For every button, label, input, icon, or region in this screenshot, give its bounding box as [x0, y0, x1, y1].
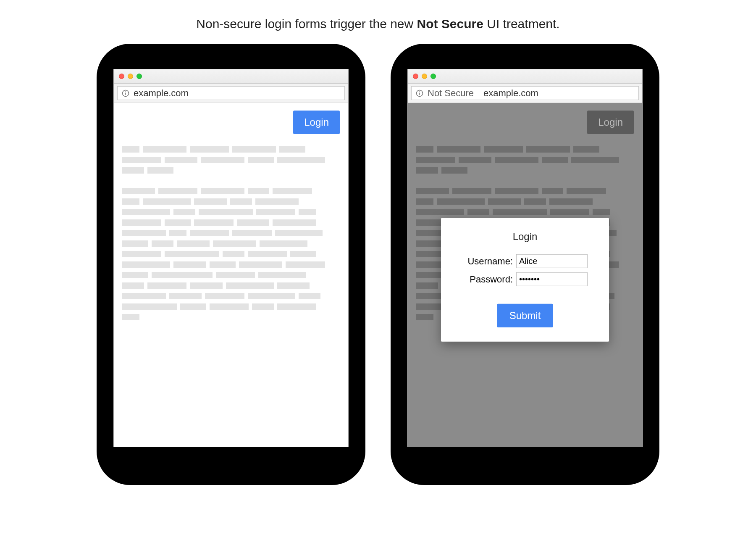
window-titlebar — [114, 69, 348, 84]
page-viewport: Login — [408, 103, 642, 447]
omnibox-url: example.com — [483, 88, 538, 99]
omnibox[interactable]: example.com — [117, 86, 345, 100]
close-icon[interactable] — [413, 74, 418, 79]
figure-caption: Non-secure login forms trigger the new N… — [196, 17, 559, 31]
svg-rect-5 — [419, 91, 420, 92]
comparison-stage: example.com Login — [97, 44, 659, 485]
svg-rect-4 — [419, 92, 420, 95]
svg-rect-2 — [125, 91, 126, 92]
placeholder-content — [122, 146, 340, 320]
device-frame-left: example.com Login — [97, 44, 365, 485]
username-label: Username: — [462, 256, 513, 266]
browser-window-left: example.com Login — [113, 69, 349, 447]
page-info-icon[interactable] — [122, 90, 129, 97]
maximize-icon[interactable] — [430, 74, 436, 79]
caption-text-bold: Not Secure — [417, 17, 483, 31]
login-modal: Login Username: Password: Submit — [441, 218, 609, 342]
browser-window-right: Not Secure example.com Login — [407, 69, 643, 447]
page-viewport: Login — [114, 103, 348, 447]
svg-rect-1 — [125, 92, 126, 95]
password-input[interactable] — [516, 272, 588, 286]
caption-text-pre: Non-secure login forms trigger the new — [196, 17, 417, 31]
device-frame-right: Not Secure example.com Login — [391, 44, 659, 485]
login-button[interactable]: Login — [293, 111, 340, 134]
submit-button[interactable]: Submit — [497, 304, 554, 327]
maximize-icon[interactable] — [136, 74, 142, 79]
omnibox[interactable]: Not Secure example.com — [411, 86, 639, 100]
address-bar: Not Secure example.com — [408, 84, 642, 103]
window-titlebar — [408, 69, 642, 84]
caption-text-post: UI treatment. — [483, 17, 560, 31]
close-icon[interactable] — [119, 74, 124, 79]
minimize-icon[interactable] — [422, 74, 427, 79]
login-modal-title: Login — [453, 231, 597, 243]
address-bar: example.com — [114, 84, 348, 103]
username-input[interactable] — [516, 254, 588, 268]
login-button[interactable]: Login — [587, 111, 634, 134]
not-secure-label: Not Secure — [428, 88, 479, 99]
page-info-icon[interactable] — [416, 90, 423, 97]
minimize-icon[interactable] — [128, 74, 133, 79]
omnibox-url: example.com — [134, 88, 189, 99]
password-label: Password: — [462, 274, 513, 285]
